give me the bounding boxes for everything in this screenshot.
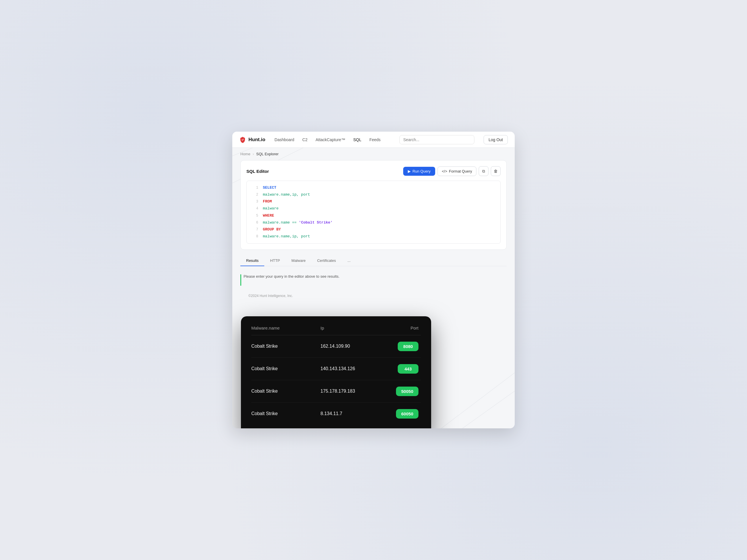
port-badge-4: 60050 [396,409,418,419]
sql-editor-actions: ▶ Run Query </> Format Query ⧉ 🗑 [403,166,500,176]
tab-malware[interactable]: Malware [286,256,311,266]
row-1-name: Cobalt Strike [251,344,320,349]
logo[interactable]: Hunt.io [239,136,265,143]
port-badge-2: 443 [398,364,418,374]
footer-text: ©2024 Hunt Intelligence, Inc. [249,294,293,298]
port-badge-3: 50050 [396,386,418,396]
results-table-header: Malware.name Ip Port [251,325,421,335]
table-row: Cobalt Strike 162.14.109.90 8080 [251,335,421,358]
result-tabs: Results HTTP Malware Certificates ... [240,256,507,266]
results-panel: Malware.name Ip Port Cobalt Strike 162.1… [241,316,431,428]
nav-c2[interactable]: C2 [302,137,308,142]
col-header-ip: Ip [320,325,384,330]
results-hint-text: Please enter your query in the editor ab… [243,274,339,278]
breadcrumb-separator: › [253,152,254,156]
logo-text: Hunt.io [249,137,265,142]
code-editor[interactable]: 1 SELECT 2 malware.name,ip, port 3 FROM … [247,181,500,244]
breadcrumb-current: SQL Explorer [256,152,279,156]
row-1-ip: 162.14.109.90 [320,344,384,349]
logout-button[interactable]: Log Out [484,135,508,144]
breadcrumb: Home › SQL Explorer [232,148,515,160]
tab-more[interactable]: ... [341,256,356,266]
sql-editor-card: SQL Editor ▶ Run Query </> Format Query … [240,160,507,250]
col-header-port: Port [384,325,418,330]
sql-editor-title: SQL Editor [247,169,269,174]
search-container [400,135,474,144]
nav-sql[interactable]: SQL [353,137,361,142]
code-line-4: 4 malware [247,205,500,212]
run-query-button[interactable]: ▶ Run Query [403,167,435,176]
nav-links: Dashboard C2 AttackCapture™ SQL Feeds [275,137,390,142]
tab-results[interactable]: Results [240,256,264,266]
row-4-ip: 8.134.11.7 [320,411,384,416]
code-line-8: 8 malware.name,ip, port [247,233,500,240]
port-badge-1: 8080 [398,342,418,351]
breadcrumb-home[interactable]: Home [240,152,251,156]
code-line-7: 7 GROUP BY [247,226,500,233]
code-line-5: 5 WHERE [247,212,500,219]
row-4-name: Cobalt Strike [251,411,320,416]
logo-icon [239,136,246,143]
nav-dashboard[interactable]: Dashboard [275,137,294,142]
row-2-name: Cobalt Strike [251,366,320,371]
main-content: SQL Editor ▶ Run Query </> Format Query … [232,160,515,311]
tab-certificates[interactable]: Certificates [311,256,341,266]
nav-feeds[interactable]: Feeds [369,137,381,142]
code-line-3: 3 FROM [247,198,500,205]
code-icon: </> [442,169,447,174]
svg-line-3 [441,322,515,428]
code-line-6: 6 malware.name == 'Cobalt Strike' [247,219,500,226]
format-query-label: Format Query [449,169,472,174]
search-input[interactable] [400,135,474,144]
table-row: Cobalt Strike 140.143.134.126 443 [251,358,421,380]
format-query-button[interactable]: </> Format Query [437,166,476,176]
run-query-label: Run Query [412,169,431,174]
sql-editor-header: SQL Editor ▶ Run Query </> Format Query … [247,166,500,176]
results-hint-container: Please enter your query in the editor ab… [240,271,507,289]
row-3-ip: 175.178.179.183 [320,389,384,394]
play-icon: ▶ [408,169,411,174]
navbar: Hunt.io Dashboard C2 AttackCapture™ SQL … [232,132,515,148]
row-1-port: 8080 [384,342,418,351]
copy-icon: ⧉ [482,169,485,174]
row-4-port: 60050 [384,409,418,419]
row-3-name: Cobalt Strike [251,389,320,394]
code-line-2: 2 malware.name,ip, port [247,191,500,198]
table-row: Cobalt Strike 175.178.179.183 50050 [251,380,421,403]
trash-icon: 🗑 [494,169,498,174]
row-3-port: 50050 [384,386,418,396]
tab-http[interactable]: HTTP [264,256,286,266]
copy-button[interactable]: ⧉ [479,166,489,176]
table-row: Cobalt Strike 8.134.11.7 60050 [251,403,421,425]
nav-attackcapture[interactable]: AttackCapture™ [315,137,345,142]
col-header-name: Malware.name [251,325,320,330]
footer: ©2024 Hunt Intelligence, Inc. [240,289,507,302]
code-line-1: 1 SELECT [247,184,500,191]
delete-button[interactable]: 🗑 [491,166,500,176]
browser-window: Hunt.io Dashboard C2 AttackCapture™ SQL … [232,132,515,428]
svg-line-2 [463,344,515,428]
row-2-port: 443 [384,364,418,374]
row-2-ip: 140.143.134.126 [320,366,384,371]
hint-bar [240,274,241,286]
results-table: Malware.name Ip Port Cobalt Strike 162.1… [251,325,421,425]
